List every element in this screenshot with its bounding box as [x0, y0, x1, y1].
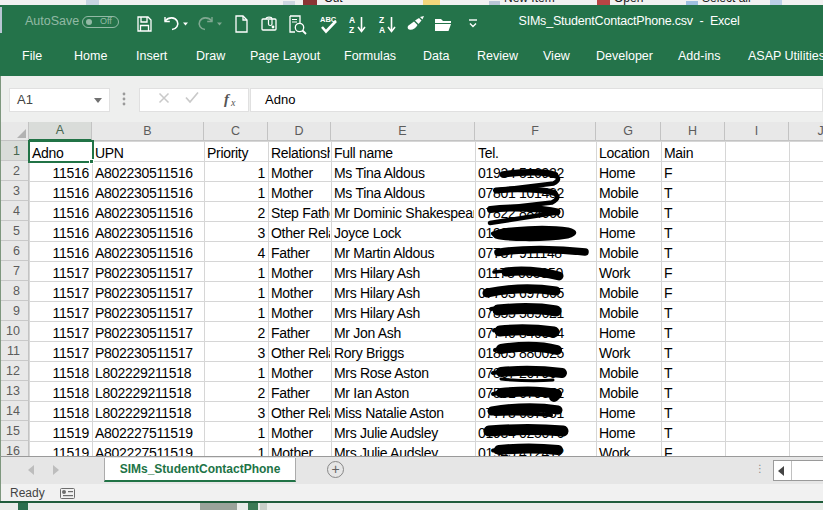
svg-text:Z: Z: [349, 25, 354, 35]
svg-text:x: x: [230, 97, 236, 108]
svg-text:A: A: [379, 25, 385, 35]
svg-text:A: A: [349, 15, 355, 25]
svg-text:Z: Z: [379, 15, 384, 25]
svg-text:f: f: [224, 91, 231, 107]
